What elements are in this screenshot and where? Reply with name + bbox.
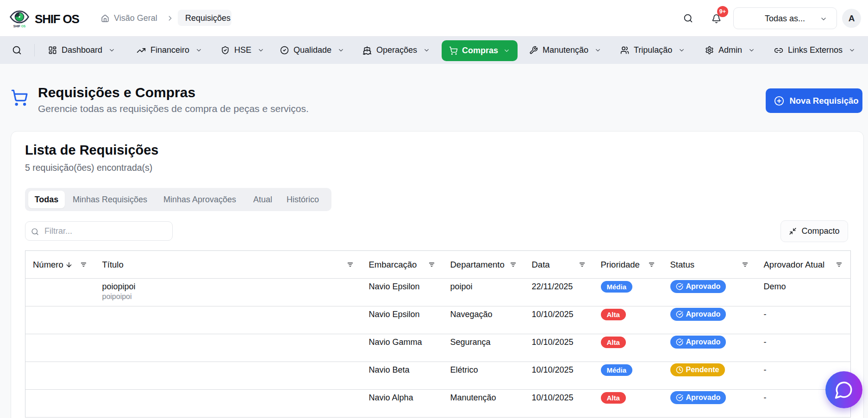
svg-text:SHIF OS: SHIF OS (13, 25, 26, 28)
